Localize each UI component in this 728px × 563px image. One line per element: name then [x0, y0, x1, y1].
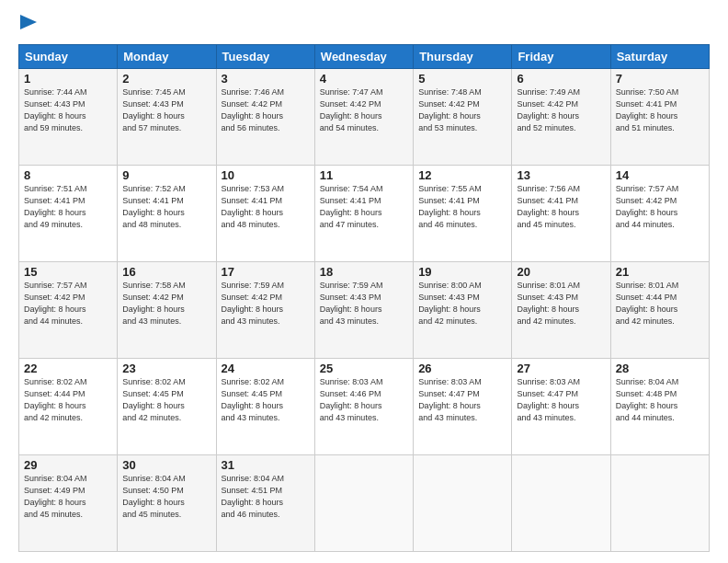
day-sun-info: Sunrise: 7:53 AMSunset: 4:41 PMDaylight:…: [222, 183, 310, 231]
calendar-cell: 26Sunrise: 8:03 AMSunset: 4:47 PMDayligh…: [414, 359, 512, 455]
day-number: 29: [24, 458, 112, 472]
logo: [18, 15, 39, 35]
calendar-week-row: 22Sunrise: 8:02 AMSunset: 4:44 PMDayligh…: [19, 359, 710, 455]
day-sun-info: Sunrise: 8:03 AMSunset: 4:47 PMDaylight:…: [418, 376, 506, 424]
calendar-cell: 3Sunrise: 7:46 AMSunset: 4:42 PMDaylight…: [216, 69, 314, 166]
day-sun-info: Sunrise: 7:45 AMSunset: 4:43 PMDaylight:…: [122, 86, 210, 134]
day-number: 28: [616, 362, 704, 375]
day-number: 11: [320, 168, 408, 182]
day-sun-info: Sunrise: 8:02 AMSunset: 4:45 PMDaylight:…: [222, 376, 310, 424]
calendar-cell: 25Sunrise: 8:03 AMSunset: 4:46 PMDayligh…: [314, 359, 413, 455]
calendar-cell: 5Sunrise: 7:48 AMSunset: 4:42 PMDaylight…: [414, 69, 512, 166]
calendar-cell: 12Sunrise: 7:55 AMSunset: 4:41 PMDayligh…: [414, 166, 512, 262]
page-header: [18, 15, 710, 35]
day-sun-info: Sunrise: 8:00 AMSunset: 4:43 PMDaylight:…: [418, 280, 506, 327]
calendar-cell: [414, 455, 512, 552]
day-number: 3: [222, 72, 310, 86]
day-sun-info: Sunrise: 7:55 AMSunset: 4:41 PMDaylight:…: [418, 183, 506, 231]
day-sun-info: Sunrise: 8:04 AMSunset: 4:49 PMDaylight:…: [24, 473, 112, 521]
day-sun-info: Sunrise: 8:03 AMSunset: 4:47 PMDaylight:…: [517, 376, 605, 424]
calendar-cell: 7Sunrise: 7:50 AMSunset: 4:41 PMDaylight…: [610, 69, 709, 166]
day-number: 14: [616, 168, 704, 182]
day-sun-info: Sunrise: 8:04 AMSunset: 4:48 PMDaylight:…: [616, 376, 704, 424]
day-number: 8: [24, 168, 112, 182]
calendar-table: Sunday Monday Tuesday Wednesday Thursday…: [18, 44, 710, 552]
day-number: 13: [517, 168, 605, 182]
logo-flag-icon: [20, 15, 37, 35]
calendar-cell: 4Sunrise: 7:47 AMSunset: 4:42 PMDaylight…: [314, 69, 413, 166]
svg-marker-0: [20, 15, 37, 29]
calendar-cell: 22Sunrise: 8:02 AMSunset: 4:44 PMDayligh…: [19, 359, 118, 455]
calendar-cell: 18Sunrise: 7:59 AMSunset: 4:43 PMDayligh…: [314, 262, 413, 359]
day-number: 19: [418, 265, 506, 279]
day-number: 20: [517, 265, 605, 279]
calendar-cell: 31Sunrise: 8:04 AMSunset: 4:51 PMDayligh…: [216, 455, 314, 552]
calendar-cell: 24Sunrise: 8:02 AMSunset: 4:45 PMDayligh…: [216, 359, 314, 455]
day-sun-info: Sunrise: 7:51 AMSunset: 4:41 PMDaylight:…: [24, 183, 112, 231]
day-sun-info: Sunrise: 7:47 AMSunset: 4:42 PMDaylight:…: [320, 86, 408, 134]
day-number: 9: [122, 168, 210, 182]
day-number: 10: [222, 168, 310, 182]
calendar-cell: 23Sunrise: 8:02 AMSunset: 4:45 PMDayligh…: [118, 359, 216, 455]
day-sun-info: Sunrise: 7:59 AMSunset: 4:43 PMDaylight:…: [320, 280, 408, 327]
calendar-cell: 10Sunrise: 7:53 AMSunset: 4:41 PMDayligh…: [216, 166, 314, 262]
day-number: 12: [418, 168, 506, 182]
col-tuesday: Tuesday: [216, 45, 314, 69]
col-thursday: Thursday: [414, 45, 512, 69]
day-number: 5: [418, 72, 506, 86]
calendar-cell: 15Sunrise: 7:57 AMSunset: 4:42 PMDayligh…: [19, 262, 118, 359]
day-sun-info: Sunrise: 8:01 AMSunset: 4:44 PMDaylight:…: [616, 280, 704, 327]
day-number: 23: [122, 362, 210, 375]
day-sun-info: Sunrise: 7:48 AMSunset: 4:42 PMDaylight:…: [418, 86, 506, 134]
day-sun-info: Sunrise: 7:56 AMSunset: 4:41 PMDaylight:…: [517, 183, 605, 231]
calendar-cell: 20Sunrise: 8:01 AMSunset: 4:43 PMDayligh…: [512, 262, 610, 359]
calendar-cell: 30Sunrise: 8:04 AMSunset: 4:50 PMDayligh…: [118, 455, 216, 552]
day-sun-info: Sunrise: 8:02 AMSunset: 4:45 PMDaylight:…: [122, 376, 210, 424]
day-sun-info: Sunrise: 8:04 AMSunset: 4:51 PMDaylight:…: [222, 473, 310, 521]
calendar-week-row: 8Sunrise: 7:51 AMSunset: 4:41 PMDaylight…: [19, 166, 710, 262]
day-sun-info: Sunrise: 7:44 AMSunset: 4:43 PMDaylight:…: [24, 86, 112, 134]
day-number: 30: [122, 458, 210, 472]
day-number: 25: [320, 362, 408, 375]
day-number: 21: [616, 265, 704, 279]
day-sun-info: Sunrise: 8:01 AMSunset: 4:43 PMDaylight:…: [517, 280, 605, 327]
calendar-cell: 27Sunrise: 8:03 AMSunset: 4:47 PMDayligh…: [512, 359, 610, 455]
day-sun-info: Sunrise: 7:50 AMSunset: 4:41 PMDaylight:…: [616, 86, 704, 134]
day-number: 27: [517, 362, 605, 375]
calendar-cell: [512, 455, 610, 552]
day-number: 17: [222, 265, 310, 279]
day-number: 6: [517, 72, 605, 86]
day-sun-info: Sunrise: 7:52 AMSunset: 4:41 PMDaylight:…: [122, 183, 210, 231]
day-number: 16: [122, 265, 210, 279]
day-sun-info: Sunrise: 7:58 AMSunset: 4:42 PMDaylight:…: [122, 280, 210, 327]
calendar-week-row: 15Sunrise: 7:57 AMSunset: 4:42 PMDayligh…: [19, 262, 710, 359]
day-sun-info: Sunrise: 7:49 AMSunset: 4:42 PMDaylight:…: [517, 86, 605, 134]
day-sun-info: Sunrise: 7:54 AMSunset: 4:41 PMDaylight:…: [320, 183, 408, 231]
calendar-cell: 2Sunrise: 7:45 AMSunset: 4:43 PMDaylight…: [118, 69, 216, 166]
calendar-cell: [610, 455, 709, 552]
day-sun-info: Sunrise: 7:57 AMSunset: 4:42 PMDaylight:…: [24, 280, 112, 327]
day-number: 7: [616, 72, 704, 86]
col-friday: Friday: [512, 45, 610, 69]
day-sun-info: Sunrise: 8:04 AMSunset: 4:50 PMDaylight:…: [122, 473, 210, 521]
calendar-page: Sunday Monday Tuesday Wednesday Thursday…: [0, 0, 728, 563]
col-wednesday: Wednesday: [314, 45, 413, 69]
calendar-cell: 8Sunrise: 7:51 AMSunset: 4:41 PMDaylight…: [19, 166, 118, 262]
calendar-cell: 6Sunrise: 7:49 AMSunset: 4:42 PMDaylight…: [512, 69, 610, 166]
calendar-header-row: Sunday Monday Tuesday Wednesday Thursday…: [19, 45, 710, 69]
day-sun-info: Sunrise: 7:59 AMSunset: 4:42 PMDaylight:…: [222, 280, 310, 327]
day-sun-info: Sunrise: 8:02 AMSunset: 4:44 PMDaylight:…: [24, 376, 112, 424]
calendar-cell: 13Sunrise: 7:56 AMSunset: 4:41 PMDayligh…: [512, 166, 610, 262]
calendar-cell: [314, 455, 413, 552]
day-number: 22: [24, 362, 112, 375]
calendar-cell: 1Sunrise: 7:44 AMSunset: 4:43 PMDaylight…: [19, 69, 118, 166]
calendar-cell: 17Sunrise: 7:59 AMSunset: 4:42 PMDayligh…: [216, 262, 314, 359]
day-number: 4: [320, 72, 408, 86]
day-number: 26: [418, 362, 506, 375]
calendar-week-row: 1Sunrise: 7:44 AMSunset: 4:43 PMDaylight…: [19, 69, 710, 166]
calendar-cell: 11Sunrise: 7:54 AMSunset: 4:41 PMDayligh…: [314, 166, 413, 262]
col-monday: Monday: [118, 45, 216, 69]
calendar-cell: 21Sunrise: 8:01 AMSunset: 4:44 PMDayligh…: [610, 262, 709, 359]
day-number: 15: [24, 265, 112, 279]
calendar-cell: 16Sunrise: 7:58 AMSunset: 4:42 PMDayligh…: [118, 262, 216, 359]
